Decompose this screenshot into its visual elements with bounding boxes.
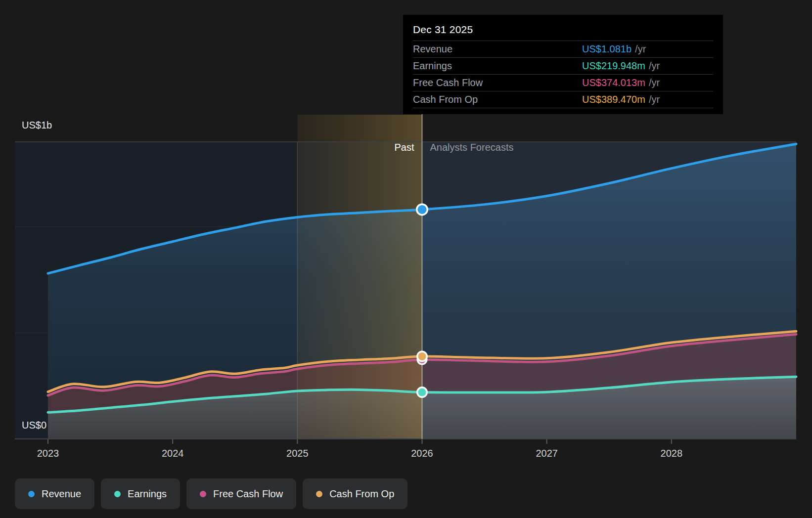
legend: Revenue Earnings Free Cash Flow Cash Fro… [15, 478, 407, 509]
tooltip-row-earnings: Earnings US$219.948m /yr [413, 57, 713, 74]
tooltip-label: Free Cash Flow [413, 77, 582, 88]
tooltip-value: US$1.081b [582, 43, 632, 55]
revenue-marker [416, 203, 428, 216]
tooltip-row-free-cash-flow: Free Cash Flow US$374.013m /yr [413, 74, 713, 91]
tooltip-row-cash-from-op: Cash From Op US$389.470m /yr [413, 91, 713, 108]
earnings-dot-icon [114, 491, 121, 497]
financials-growth-chart: US$1b US$0 Past Analysts Forecasts 2023 … [0, 0, 812, 518]
legend-label: Earnings [128, 488, 167, 500]
tooltip-label: Revenue [413, 43, 582, 55]
tooltip-label: Earnings [413, 60, 582, 72]
tooltip-value: US$374.013m [582, 77, 645, 88]
tooltip-unit: /yr [649, 94, 660, 105]
x-tick-label-2028: 2028 [661, 448, 683, 459]
tooltip-date: Dec 31 2025 [413, 19, 713, 41]
legend-button-cash-from-op[interactable]: Cash From Op [303, 478, 407, 509]
legend-label: Revenue [42, 488, 81, 500]
x-tick-label-2023: 2023 [37, 448, 59, 459]
revenue-dot-icon [28, 491, 35, 497]
cash-from-op-marker [416, 351, 428, 362]
x-tick-label-2027: 2027 [536, 448, 558, 459]
tooltip-unit: /yr [649, 77, 660, 88]
tooltip-value: US$389.470m [582, 94, 645, 105]
forecast-region-overlay [422, 142, 797, 439]
x-tick-label-2025: 2025 [286, 448, 309, 459]
x-tick-label-2024: 2024 [162, 448, 184, 459]
tooltip-unit: /yr [649, 60, 660, 72]
cash-from-op-dot-icon [316, 491, 322, 497]
earnings-marker [416, 387, 428, 398]
legend-label: Cash From Op [329, 488, 394, 500]
legend-button-earnings[interactable]: Earnings [101, 478, 180, 509]
y-axis-zero-label: US$0 [22, 420, 46, 431]
tooltip-label: Cash From Op [413, 94, 582, 105]
tooltip-row-revenue: Revenue US$1.081b /yr [413, 41, 713, 57]
free-cash-flow-dot-icon [200, 491, 206, 497]
y-axis-max-label: US$1b [22, 120, 52, 131]
x-tick-label-2026: 2026 [411, 448, 433, 459]
tooltip-unit: /yr [635, 43, 646, 55]
hover-tooltip: Dec 31 2025 Revenue US$1.081b /yr Earnin… [403, 15, 723, 114]
tooltip-value: US$219.948m [582, 60, 645, 72]
legend-button-revenue[interactable]: Revenue [15, 478, 94, 509]
analysts-forecasts-label: Analysts Forecasts [430, 142, 514, 153]
legend-button-free-cash-flow[interactable]: Free Cash Flow [186, 478, 296, 509]
legend-label: Free Cash Flow [213, 488, 283, 500]
x-axis-ticks [48, 439, 672, 444]
past-label: Past [394, 142, 414, 153]
